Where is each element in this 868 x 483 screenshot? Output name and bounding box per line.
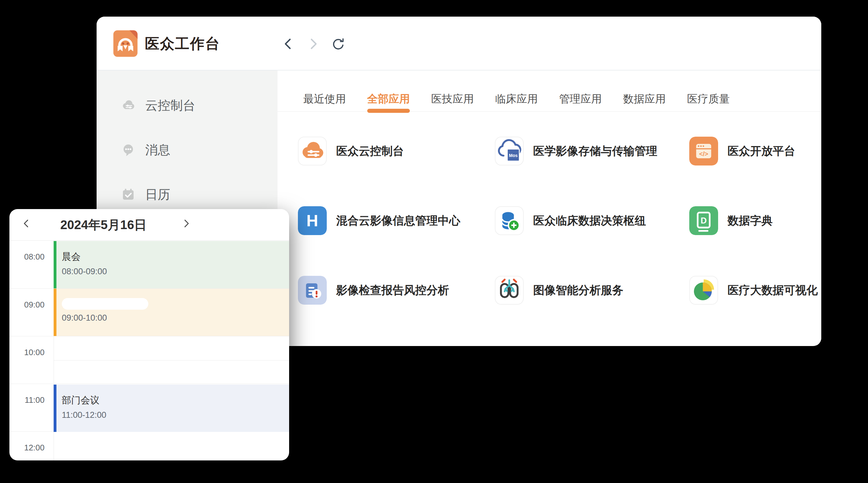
app-category-tabs: 最近使用 全部应用 医技应用 临床应用 管理应用 数据应用 医疗质量	[278, 70, 821, 111]
calendar-prev-button[interactable]	[18, 217, 34, 233]
app-logo-icon	[112, 30, 139, 57]
app-item-imaging-storage[interactable]: Mos 医学影像存储与传输管理	[495, 137, 689, 165]
icon-badge-text: Mos	[509, 153, 518, 158]
app-item-cloud-console[interactable]: 医众云控制台	[298, 137, 495, 165]
icon-letter-glyph: H	[306, 212, 318, 230]
refresh-icon	[331, 37, 346, 51]
event-department-meeting[interactable]: 部门会议 11:00-12:00	[54, 385, 289, 432]
event-time: 11:00-12:00	[62, 410, 289, 420]
app-item-clinical-data-hub[interactable]: 医众临床数据决策枢纽	[495, 206, 689, 235]
window-header: 医众工作台	[97, 17, 821, 70]
cloud-console-icon	[121, 98, 136, 113]
calendar-panel: 2024年5月16日 08:00 09:00 10:00 11:00 12:00	[9, 209, 289, 460]
window-title: 医众工作台	[145, 17, 220, 70]
app-label: 数据字典	[727, 213, 773, 228]
data-dictionary-icon: D	[689, 206, 718, 235]
app-label: 医众云控制台	[336, 143, 404, 159]
event-title: 部门会议	[62, 394, 289, 407]
app-item-open-platform[interactable]: </> 医众开放平台	[689, 137, 821, 165]
event-time: 08:00-09:00	[62, 267, 289, 277]
cloud-config-icon	[298, 137, 327, 165]
chevron-left-icon	[281, 37, 296, 51]
tab-management[interactable]: 管理应用	[559, 92, 602, 106]
event-redacted-title-pill	[62, 298, 148, 310]
code-window-icon: </>	[689, 137, 718, 165]
sidebar-item-messages[interactable]: 消息	[97, 128, 278, 172]
message-icon	[121, 142, 136, 157]
app-item-hybrid-cloud-center[interactable]: H 混合云影像信息管理中心	[298, 206, 495, 235]
sidebar-item-cloud-console[interactable]: 云控制台	[97, 83, 278, 128]
tab-medtech[interactable]: 医技应用	[431, 92, 474, 106]
back-button[interactable]	[281, 37, 296, 51]
event-title: 晨会	[62, 251, 289, 263]
app-item-big-data-visualization[interactable]: 医疗大数据可视化	[689, 276, 821, 305]
calendar-icon	[121, 187, 136, 202]
calendar-date-title: 2024年5月16日	[41, 209, 166, 240]
event-color-bar	[54, 241, 57, 288]
sidebar-item-label: 日历	[145, 186, 170, 203]
tab-quality[interactable]: 医疗质量	[687, 92, 730, 106]
content-area: 最近使用 全部应用 医技应用 临床应用 管理应用 数据应用 医疗质量	[278, 70, 821, 345]
tab-all-apps[interactable]: 全部应用	[367, 92, 410, 106]
chevron-left-icon	[21, 218, 32, 229]
pie-chart-icon	[689, 276, 718, 305]
event-redacted[interactable]: 09:00-10:00	[54, 289, 289, 336]
sidebar-item-label: 消息	[145, 141, 170, 159]
app-label: 医学影像存储与传输管理	[533, 143, 657, 159]
tab-recent[interactable]: 最近使用	[303, 92, 346, 106]
tab-data[interactable]: 数据应用	[623, 92, 666, 106]
calendar-header: 2024年5月16日	[9, 209, 289, 241]
event-time: 09:00-10:00	[62, 313, 289, 323]
hour-row-1200: 12:00	[9, 431, 289, 460]
hybrid-cloud-icon: H	[298, 206, 327, 235]
icon-letter-glyph: D	[701, 216, 707, 225]
sidebar-item-label: 云控制台	[145, 97, 195, 114]
app-label: 医众开放平台	[727, 143, 795, 159]
cloud-storage-icon: Mos	[495, 137, 524, 165]
time-label: 11:00	[9, 395, 44, 405]
database-plus-icon	[495, 206, 524, 235]
event-color-bar	[54, 289, 57, 336]
app-item-report-risk-analysis[interactable]: 影像检查报告风控分析	[298, 276, 495, 305]
event-color-bar	[54, 385, 57, 432]
app-label: 医众临床数据决策枢纽	[533, 213, 646, 228]
app-label: 影像检查报告风控分析	[336, 283, 449, 298]
report-risk-icon	[298, 276, 327, 305]
hour-row-1000: 10:00	[9, 336, 289, 384]
app-item-image-ai-analysis[interactable]: 图像智能分析服务	[495, 276, 689, 305]
icon-code-glyph: </>	[699, 151, 708, 157]
forward-button[interactable]	[306, 37, 320, 51]
event-morning-meeting[interactable]: 晨会 08:00-09:00	[54, 241, 289, 288]
time-label: 12:00	[9, 443, 44, 453]
time-label: 10:00	[9, 348, 44, 357]
app-item-data-dictionary[interactable]: D 数据字典	[689, 206, 821, 235]
calendar-next-button[interactable]	[178, 217, 194, 233]
app-grid: 医众云控制台 Mos 医学影像存储与传输管理	[298, 137, 821, 305]
chevron-right-icon	[306, 37, 320, 51]
time-label: 08:00	[9, 252, 44, 262]
time-label: 09:00	[9, 300, 44, 310]
screen-background: 医众工作台	[0, 0, 868, 483]
tab-clinical[interactable]: 临床应用	[495, 92, 538, 106]
lungs-ai-icon	[495, 276, 524, 305]
chevron-right-icon	[181, 218, 192, 229]
app-label: 混合云影像信息管理中心	[336, 213, 460, 228]
refresh-button[interactable]	[331, 37, 346, 51]
app-label: 医疗大数据可视化	[727, 283, 818, 298]
app-label: 图像智能分析服务	[533, 283, 623, 298]
calendar-day-grid: 08:00 09:00 10:00 11:00 12:00 晨会 08:00-0…	[9, 241, 289, 460]
